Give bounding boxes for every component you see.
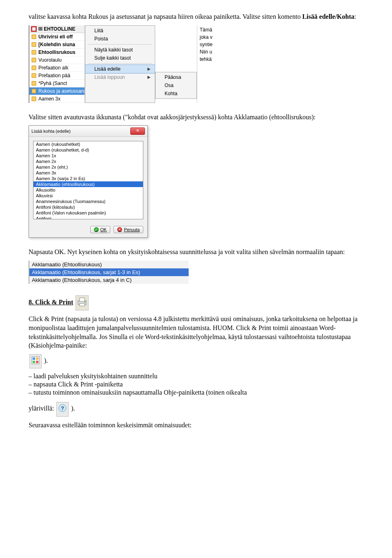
tree-item-label: Vuorolaulu [38, 57, 62, 63]
svg-rect-17 [36, 357, 38, 360]
menu-item[interactable]: Lisää edelle▶ [85, 65, 155, 74]
para-4-tail: ). [44, 357, 48, 364]
screenshot-dialog: Lisää kohta (edelle) ✕ Aamen (rukoushetk… [29, 125, 148, 238]
tree-node-icon [31, 73, 37, 78]
side-text-line: tehkä [200, 56, 224, 63]
tree-node-icon [31, 80, 37, 86]
tree-item-label: Prefaation alk [38, 65, 68, 71]
context-submenu: PääosaOsaKohta [155, 72, 197, 99]
svg-rect-7 [32, 74, 36, 78]
tree-item-label: [Kolehdin siuna [38, 42, 75, 47]
menu-item-label: Liitä [94, 28, 103, 33]
svg-rect-12 [80, 298, 85, 301]
svg-rect-1 [32, 27, 36, 31]
tree-item-label: Uhrivirsi eli off [38, 34, 73, 40]
submenu-item[interactable]: Pääosa [156, 73, 196, 81]
ok-button[interactable]: ✓ OK [90, 226, 111, 233]
listbox-item[interactable]: Antifoni: [33, 216, 143, 219]
dialog-titlebar: Lisää kohta (edelle) ✕ [29, 126, 147, 137]
submenu-item[interactable]: Osa [156, 81, 196, 89]
list-item[interactable]: Akklamaatio (Ehtoollisrukous) [29, 261, 189, 268]
list-item: – tutustu toiminnon ominaisuuksiin napsa… [29, 389, 363, 396]
svg-rect-13 [80, 304, 85, 306]
close-icon[interactable]: ✕ [130, 127, 145, 135]
menu-item-label: Lisää edelle [94, 66, 120, 72]
listbox-item[interactable]: Alkusoitto [33, 187, 143, 193]
click-and-print-icon [76, 295, 89, 311]
svg-rect-8 [32, 81, 36, 85]
bullet-list: – laadi palveluksen yksityiskohtainen su… [29, 373, 363, 396]
menu-item-label: Sulje kaikki tasot [94, 55, 131, 61]
para-4-icon-line: ). [29, 354, 363, 369]
tree-item[interactable]: *Pyhä (Sanct [29, 80, 85, 87]
para-4: Click & Print (napsauta ja tulosta) on v… [29, 315, 363, 350]
side-text-line: joka v [200, 33, 224, 41]
listbox-item[interactable]: Aamen 3x (sarja 2 in Es) [33, 176, 143, 181]
listbox-item[interactable]: Aamen 1x [33, 153, 143, 158]
screenshot-small-list: Akklamaatio (Ehtoollisrukous)Akklamaatio… [29, 261, 189, 284]
menu-item[interactable]: Liitä [85, 27, 155, 35]
tree-item[interactable]: Vuorolaulu [29, 56, 85, 64]
help-icon: ? [56, 402, 69, 417]
tree-node-icon [31, 96, 37, 102]
svg-rect-10 [32, 97, 36, 101]
para-1-text-a: valitse kaavassa kohta Rukous ja asetuss… [29, 13, 302, 20]
svg-rect-18 [33, 361, 35, 363]
tree-node-icon [31, 42, 37, 47]
listbox-item[interactable]: Aamen 2x (eht.) [33, 164, 143, 170]
dialog-listbox[interactable]: Aamen (rukoushetket)Aamen (rukoushetket,… [33, 141, 143, 219]
listbox-item[interactable]: Aamen 2x [33, 158, 143, 164]
tree-item-label: *Pyhä (Sanct [38, 80, 67, 86]
heading-8-row: 8. Click & Print [29, 295, 363, 311]
cancel-button[interactable]: ✕ Peruuta [114, 226, 143, 233]
menu-item[interactable]: Poista [85, 35, 155, 43]
tree-node-icon [31, 88, 37, 94]
screenshot-context-menu: III EHTOOLLINE Uhrivirsi eli off[Kolehdi… [29, 25, 258, 103]
tree-title-row: III EHTOOLLINE [29, 25, 85, 33]
para-2: Valitse sitten avautuvasta ikkunasta ("k… [29, 113, 363, 122]
tree-item-label: Aamen 3x [38, 96, 60, 102]
tree-item-label: Prefaation pää [38, 73, 70, 78]
side-text-line: Niin u [200, 48, 224, 56]
svg-rect-19 [36, 361, 38, 363]
heading-8-text: 8. Click & Print [29, 298, 73, 307]
heading-8: 8. Click & Print [29, 298, 73, 307]
ok-label: OK [100, 227, 107, 232]
menu-item[interactable]: Näytä kaikki tasot [85, 46, 155, 54]
listbox-item[interactable]: Antifoni (Valon rukouksen psalmiin) [33, 210, 143, 216]
svg-rect-6 [32, 66, 36, 70]
list-item[interactable]: Akklamaatio (Ehtoollisrukous, sarja 4 in… [29, 276, 189, 284]
listbox-item[interactable]: Anamneesirukous (Tuomasmessu) [33, 199, 143, 204]
tree-item[interactable]: Prefaation pää [29, 72, 85, 80]
listbox-item[interactable]: Aamen 3x [33, 170, 143, 176]
svg-point-14 [85, 301, 86, 302]
tree-item[interactable]: Ehtoollisrukous [29, 49, 85, 56]
listbox-item[interactable]: Aamen (rukoushetket, d-d) [33, 147, 143, 153]
list-item[interactable]: Akklamaatio (Ehtoollisrukous, sarjat 1-3… [29, 268, 189, 276]
menu-item[interactable]: Sulje kaikki tasot [85, 54, 155, 62]
tree-node-icon [31, 65, 37, 71]
side-text-line: Tämä [200, 26, 224, 33]
tree-item[interactable]: Aamen 3x [29, 95, 85, 103]
cancel-label: Peruuta [124, 227, 140, 232]
tree-item[interactable]: Prefaation alk [29, 64, 85, 72]
tree-item[interactable]: Rukous ja asetussanat [29, 87, 85, 95]
context-menu: LiitäPoistaNäytä kaikki tasotSulje kaikk… [85, 25, 155, 103]
tree-item[interactable]: Uhrivirsi eli off [29, 33, 85, 41]
listbox-item[interactable]: Aamen (rukoushetket) [33, 141, 143, 147]
svg-rect-16 [33, 357, 35, 360]
tree-item[interactable]: [Kolehdin siuna [29, 41, 85, 49]
dialog-button-row: ✓ OK ✕ Peruuta [29, 223, 147, 237]
submenu-item[interactable]: Kohta [156, 89, 196, 98]
tree-node-icon [31, 57, 37, 63]
listbox-item[interactable]: Antifoni (kiitoslaulu) [33, 204, 143, 210]
listbox-item[interactable]: Akklamaatio (ehtoollisrukous) [33, 181, 143, 187]
chevron-right-icon: ▶ [147, 75, 151, 79]
tree-panel: III EHTOOLLINE Uhrivirsi eli off[Kolehdi… [29, 25, 85, 103]
svg-text:?: ? [61, 405, 64, 411]
menu-item-label: Näytä kaikki tasot [94, 47, 133, 53]
bullets-tail-paren: ). [71, 405, 75, 412]
tree-node-icon [31, 34, 37, 40]
listbox-item[interactable]: Alkuvirsi [33, 193, 143, 199]
svg-rect-9 [32, 89, 36, 93]
